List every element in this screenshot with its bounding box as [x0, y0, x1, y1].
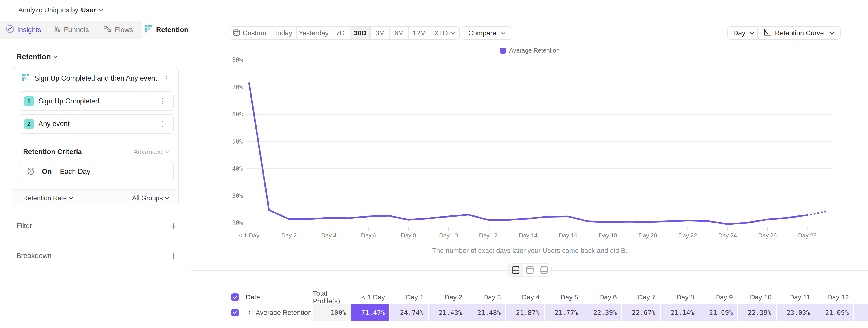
chart-type-dropdown[interactable]: Retention Curve — [757, 26, 841, 39]
retention-curve-chart[interactable]: 20%30%40%50%60%70%80%< 1 DayDay 2Day 4Da… — [191, 57, 868, 244]
layout-table-only-button[interactable] — [537, 264, 551, 276]
x-axis-tick-label: Day 4 — [321, 232, 337, 239]
range-label: 12M — [412, 29, 426, 37]
compare-button[interactable]: Compare — [462, 26, 513, 39]
advanced-dropdown[interactable]: Advanced — [133, 148, 169, 156]
tab-flows-label: Flows — [115, 26, 133, 34]
y-axis-tick-label: 80% — [232, 57, 243, 63]
chevron-down-icon — [53, 55, 58, 58]
range-custom-button[interactable]: Custom — [229, 27, 270, 39]
column-header-day-5[interactable]: Day 5 — [545, 291, 583, 304]
step-row-2[interactable]: 2 Any event ⋮ — [19, 114, 174, 134]
range-30d-button[interactable]: 30D — [350, 27, 371, 39]
tab-insights[interactable]: Insights — [0, 21, 47, 39]
y-axis-tick-label: 40% — [232, 165, 243, 172]
query-card-footer: Retention Rate All Groups — [13, 190, 178, 206]
column-header-day-4[interactable]: Day 4 — [506, 291, 544, 304]
retention-curve-icon — [764, 29, 771, 38]
cell-day-6[interactable]: 22.39% — [583, 304, 621, 321]
chart-legend[interactable]: Average Retention — [191, 47, 868, 54]
range-yesterday-button[interactable]: Yesterday — [297, 27, 331, 39]
add-breakdown-button[interactable]: + — [170, 251, 177, 261]
range-label: Yesterday — [299, 29, 329, 37]
x-axis-tick-label: Day 6 — [361, 232, 376, 239]
range-12m-button[interactable]: 12M — [409, 27, 430, 39]
column-header-day-6[interactable]: Day 6 — [583, 291, 621, 304]
retention-section-header[interactable]: Retention — [17, 53, 58, 61]
checkbox-cell — [231, 293, 246, 301]
cell-day-2[interactable]: 21.43% — [429, 304, 467, 321]
range-6m-button[interactable]: 6M — [390, 27, 409, 39]
retention-rate-dropdown[interactable]: Retention Rate — [23, 194, 73, 202]
column-header-day-8[interactable]: Day 8 — [661, 291, 699, 304]
chevron-down-icon — [165, 151, 169, 153]
cell-day-10[interactable]: 22.39% — [738, 304, 776, 321]
layout-split-view-button[interactable] — [508, 264, 523, 276]
column-header-day-12[interactable]: Day 12 — [815, 291, 853, 304]
cell-day-4[interactable]: 21.87% — [506, 304, 544, 321]
column-header-total-profiles[interactable]: Total Profile(s) — [313, 291, 351, 304]
chevron-down-icon[interactable] — [98, 8, 103, 11]
retention-query-card: Sign Up Completed and then Any event ⋮ 1… — [13, 66, 179, 206]
column-header-day-2[interactable]: Day 2 — [429, 291, 467, 304]
column-header-day-1[interactable]: Day 1 — [390, 291, 428, 304]
select-all-checkbox[interactable] — [231, 293, 239, 301]
kebab-menu-icon[interactable]: ⋮ — [158, 98, 168, 105]
column-header-day-10[interactable]: Day 10 — [738, 291, 776, 304]
alarm-clock-icon — [26, 167, 35, 176]
cell-day-11[interactable]: 23.03% — [777, 304, 815, 321]
tab-flows[interactable]: Flows — [94, 21, 142, 39]
column-header-day-7[interactable]: Day 7 — [622, 291, 660, 304]
legend-swatch — [500, 48, 506, 54]
filter-label: Filter — [17, 222, 32, 230]
kebab-menu-icon[interactable]: ⋮ — [161, 75, 171, 82]
chevron-down-icon — [830, 32, 834, 35]
granularity-dropdown[interactable]: Day — [727, 26, 760, 39]
layout-chart-only-button[interactable] — [523, 264, 537, 276]
cell-day-3[interactable]: 21.48% — [467, 304, 505, 321]
cell-day-7[interactable]: 22.67% — [622, 304, 660, 321]
table-data-row: ›Average Retention100%71.47%24.74%21.43%… — [231, 304, 868, 321]
cell-day-9[interactable]: 21.69% — [700, 304, 737, 321]
analyze-uniques-value-dropdown[interactable]: User — [81, 6, 96, 14]
cell-lt-1-day[interactable]: 71.47% — [351, 304, 390, 321]
checkbox-cell — [231, 309, 246, 317]
funnels-icon — [53, 25, 61, 35]
granularity-label: Day — [733, 29, 745, 37]
tab-retention[interactable]: Retention — [142, 21, 191, 39]
step-1-label: Sign Up Completed — [38, 97, 158, 105]
expand-row-chevron-icon[interactable]: › — [248, 308, 251, 316]
x-axis-tick-label: Day 24 — [718, 232, 737, 239]
criteria-on-card[interactable]: On Each Day — [19, 162, 174, 181]
range-7d-button[interactable]: 7D — [331, 27, 350, 39]
cell-day-1[interactable]: 24.74% — [390, 304, 428, 321]
retention-criteria-label: Retention Criteria — [23, 148, 82, 156]
on-label: On — [42, 167, 52, 176]
tab-retention-label: Retention — [156, 26, 188, 34]
all-groups-dropdown[interactable]: All Groups — [132, 194, 169, 202]
chevron-down-icon — [750, 32, 754, 35]
step-row-1[interactable]: 1 Sign Up Completed ⋮ — [19, 91, 174, 111]
tab-funnels[interactable]: Funnels — [47, 21, 94, 39]
range-today-button[interactable]: Today — [270, 27, 297, 39]
cell-total-profiles[interactable]: 100% — [313, 304, 351, 321]
cell-partial-overflow — [854, 304, 868, 321]
column-header-day-11[interactable]: Day 11 — [777, 291, 815, 304]
column-header-day-9[interactable]: Day 9 — [700, 291, 737, 304]
retention-line-dotted-partial — [807, 211, 827, 215]
kebab-menu-icon[interactable]: ⋮ — [158, 120, 168, 128]
range-xtd-button[interactable]: XTD — [430, 27, 459, 39]
column-header-lt-1-day[interactable]: < 1 Day — [351, 291, 390, 304]
cell-day-5[interactable]: 21.77% — [545, 304, 583, 321]
row-checkbox[interactable] — [231, 309, 239, 317]
y-axis-tick-label: 30% — [232, 192, 243, 199]
range-3m-button[interactable]: 3M — [371, 27, 390, 39]
cell-day-8[interactable]: 21.14% — [661, 304, 699, 321]
cell-day-12[interactable]: 21.09% — [815, 304, 853, 321]
x-axis-tick-label: Day 10 — [439, 232, 458, 239]
row-label-cell[interactable]: ›Average Retention — [246, 308, 313, 317]
column-header-day-3[interactable]: Day 3 — [467, 291, 505, 304]
add-filter-button[interactable]: + — [170, 221, 177, 231]
step-2-label: Any event — [38, 120, 158, 128]
column-header-date[interactable]: Date — [246, 293, 313, 301]
